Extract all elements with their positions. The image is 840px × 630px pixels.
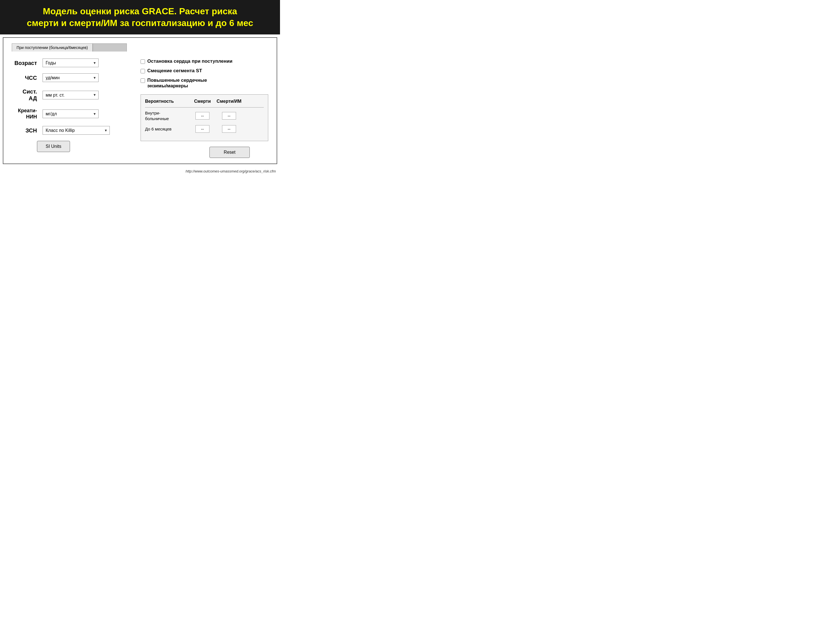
tab-admission[interactable]: При поступлении (больница/6месяцев) bbox=[12, 43, 93, 52]
hf-select[interactable]: Класс по Killip bbox=[43, 126, 110, 135]
col-death-mi-header: Смерти/ИМ bbox=[215, 99, 243, 104]
hr-select-wrapper: уд/мин ▼ bbox=[43, 73, 99, 82]
inpatient-label: Внутри- больничные bbox=[145, 111, 190, 121]
cardiac-arrest-checkbox[interactable] bbox=[141, 59, 145, 64]
sixmonth-label: До 6 месяцев bbox=[145, 126, 190, 132]
page-title: Модель оценки риска GRACE. Расчет риска … bbox=[8, 6, 272, 29]
form-area: Возраст Годы ▼ ЧСС уд/мин ▼ bbox=[12, 58, 268, 158]
checkboxes-area: Остановка сердца при поступлении Смещени… bbox=[141, 58, 268, 89]
tabs-row: При поступлении (больница/6месяцев) bbox=[12, 43, 268, 52]
hf-label: ЗСН bbox=[12, 127, 37, 134]
hr-row: ЧСС уд/мин ▼ bbox=[12, 73, 129, 82]
hf-select-wrapper: Класс по Killip ▼ bbox=[43, 126, 110, 135]
age-select[interactable]: Годы bbox=[43, 58, 99, 67]
inpatient-row: Внутри- больничные -- -- bbox=[145, 111, 264, 121]
sixmonth-death-box: -- bbox=[190, 125, 215, 133]
col-death-header: Смерти bbox=[190, 99, 215, 104]
header-section: Модель оценки риска GRACE. Расчет риска … bbox=[0, 0, 280, 35]
right-column: Остановка сердца при поступлении Смещени… bbox=[141, 58, 268, 158]
elevated-enzymes-checkbox[interactable] bbox=[141, 78, 145, 83]
main-content: При поступлении (больница/6месяцев) Возр… bbox=[3, 37, 277, 164]
creatinine-label: Креати- НИН bbox=[12, 108, 37, 120]
age-label: Возраст bbox=[12, 60, 37, 66]
hr-select[interactable]: уд/мин bbox=[43, 73, 99, 82]
inpatient-death-mi-value: -- bbox=[222, 112, 236, 120]
st-deviation-row: Смещение сегмента ST bbox=[141, 68, 268, 74]
bp-row: Сист. АД мм рт. ст. ▼ bbox=[12, 88, 129, 102]
hr-label: ЧСС bbox=[12, 74, 37, 81]
left-column: Возраст Годы ▼ ЧСС уд/мин ▼ bbox=[12, 58, 129, 158]
results-header-row: Вероятность Смерти Смерти/ИМ bbox=[145, 99, 264, 104]
creatinine-select[interactable]: мг/дл bbox=[43, 109, 99, 118]
cardiac-arrest-row: Остановка сердца при поступлении bbox=[141, 58, 268, 64]
sixmonth-death-mi-box: -- bbox=[215, 125, 243, 133]
st-deviation-label: Смещение сегмента ST bbox=[147, 68, 202, 74]
age-row: Возраст Годы ▼ bbox=[12, 58, 129, 67]
si-units-button[interactable]: SI Units bbox=[37, 141, 70, 152]
tab-other[interactable] bbox=[93, 43, 127, 52]
footer: http://www.outcomes-umassmed.org/grace/a… bbox=[0, 167, 280, 175]
sixmonth-death-mi-value: -- bbox=[222, 125, 236, 133]
inpatient-death-box: -- bbox=[190, 112, 215, 120]
hf-row: ЗСН Класс по Killip ▼ bbox=[12, 126, 129, 135]
cardiac-arrest-label: Остановка сердца при поступлении bbox=[147, 58, 232, 64]
footer-url: http://www.outcomes-umassmed.org/grace/a… bbox=[186, 169, 276, 173]
sixmonth-death-value: -- bbox=[196, 125, 210, 133]
reset-button[interactable]: Reset bbox=[210, 147, 250, 158]
results-table: Вероятность Смерти Смерти/ИМ Внутри- бол… bbox=[141, 94, 268, 141]
age-select-wrapper: Годы ▼ bbox=[43, 58, 99, 67]
inpatient-death-value: -- bbox=[196, 112, 210, 120]
reset-button-container: Reset bbox=[141, 147, 268, 158]
inpatient-death-mi-box: -- bbox=[215, 112, 243, 120]
bp-select[interactable]: мм рт. ст. bbox=[43, 91, 99, 99]
elevated-enzymes-label: Повышенные сердечные энзимы/маркеры bbox=[147, 77, 207, 89]
buttons-row: SI Units bbox=[12, 141, 129, 152]
col-probability-header: Вероятность bbox=[145, 99, 190, 104]
creatinine-select-wrapper: мг/дл ▼ bbox=[43, 109, 99, 118]
sixmonth-row: До 6 месяцев -- -- bbox=[145, 125, 264, 133]
bp-label: Сист. АД bbox=[12, 88, 37, 102]
bp-select-wrapper: мм рт. ст. ▼ bbox=[43, 91, 99, 99]
elevated-enzymes-row: Повышенные сердечные энзимы/маркеры bbox=[141, 77, 268, 89]
creatinine-row: Креати- НИН мг/дл ▼ bbox=[12, 108, 129, 120]
st-deviation-checkbox[interactable] bbox=[141, 69, 145, 73]
